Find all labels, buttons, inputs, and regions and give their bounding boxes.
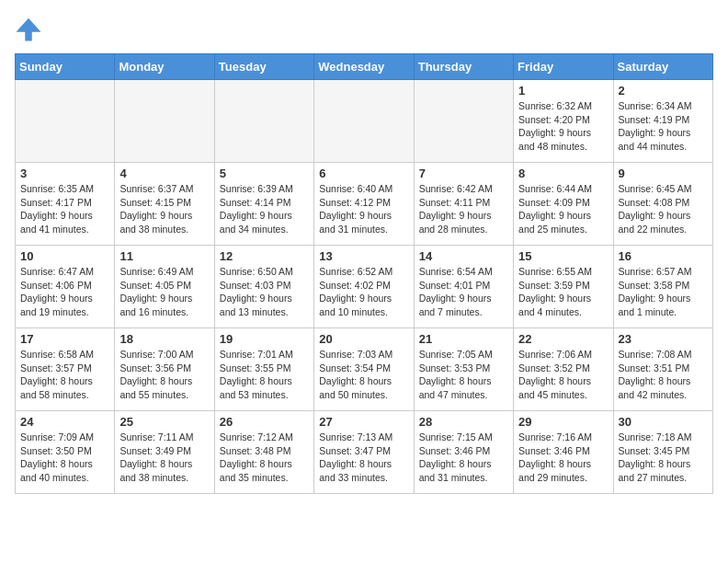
day-number: 17: [20, 332, 109, 346]
day-number: 15: [518, 249, 608, 263]
day-info: Sunrise: 6:47 AM Sunset: 4:06 PM Dayligh…: [20, 265, 109, 319]
day-info: Sunrise: 6:44 AM Sunset: 4:09 PM Dayligh…: [518, 182, 608, 236]
calendar-cell: 25Sunrise: 7:11 AM Sunset: 3:49 PM Dayli…: [115, 411, 214, 494]
day-number: 19: [220, 332, 309, 346]
calendar-cell: 21Sunrise: 7:05 AM Sunset: 3:53 PM Dayli…: [414, 328, 513, 411]
calendar-cell: [414, 80, 513, 163]
calendar-cell: 2Sunrise: 6:34 AM Sunset: 4:19 PM Daylig…: [613, 80, 712, 163]
calendar-week-row: 10Sunrise: 6:47 AM Sunset: 4:06 PM Dayli…: [16, 246, 713, 328]
calendar-cell: 24Sunrise: 7:09 AM Sunset: 3:50 PM Dayli…: [16, 411, 115, 494]
day-info: Sunrise: 6:35 AM Sunset: 4:17 PM Dayligh…: [20, 182, 109, 236]
day-info: Sunrise: 7:08 AM Sunset: 3:51 PM Dayligh…: [619, 348, 708, 402]
day-number: 5: [220, 167, 309, 180]
calendar-cell: 11Sunrise: 6:49 AM Sunset: 4:05 PM Dayli…: [115, 246, 214, 328]
day-info: Sunrise: 6:40 AM Sunset: 4:12 PM Dayligh…: [319, 182, 408, 236]
page-header: [15, 15, 713, 42]
day-number: 13: [319, 249, 408, 263]
day-info: Sunrise: 7:11 AM Sunset: 3:49 PM Dayligh…: [119, 431, 209, 485]
weekday-header: Tuesday: [214, 54, 313, 80]
calendar-week-row: 3Sunrise: 6:35 AM Sunset: 4:17 PM Daylig…: [16, 163, 713, 246]
day-info: Sunrise: 7:05 AM Sunset: 3:53 PM Dayligh…: [419, 348, 508, 402]
calendar-cell: [314, 80, 414, 163]
calendar-cell: 19Sunrise: 7:01 AM Sunset: 3:55 PM Dayli…: [214, 328, 313, 411]
day-info: Sunrise: 7:16 AM Sunset: 3:46 PM Dayligh…: [518, 431, 608, 485]
weekday-header: Thursday: [414, 54, 513, 80]
day-info: Sunrise: 7:01 AM Sunset: 3:55 PM Dayligh…: [220, 348, 309, 402]
calendar-cell: 10Sunrise: 6:47 AM Sunset: 4:06 PM Dayli…: [16, 246, 115, 328]
calendar-cell: 22Sunrise: 7:06 AM Sunset: 3:52 PM Dayli…: [514, 328, 613, 411]
day-number: 4: [119, 167, 209, 180]
day-info: Sunrise: 7:00 AM Sunset: 3:56 PM Dayligh…: [119, 348, 209, 402]
day-number: 1: [518, 84, 608, 98]
calendar-week-row: 24Sunrise: 7:09 AM Sunset: 3:50 PM Dayli…: [16, 411, 713, 494]
calendar-cell: 8Sunrise: 6:44 AM Sunset: 4:09 PM Daylig…: [514, 163, 613, 246]
day-info: Sunrise: 6:49 AM Sunset: 4:05 PM Dayligh…: [119, 265, 209, 319]
day-info: Sunrise: 6:42 AM Sunset: 4:11 PM Dayligh…: [419, 182, 508, 236]
calendar-cell: 28Sunrise: 7:15 AM Sunset: 3:46 PM Dayli…: [414, 411, 513, 494]
weekday-header: Friday: [514, 54, 613, 80]
day-number: 9: [619, 167, 708, 180]
calendar-cell: 30Sunrise: 7:18 AM Sunset: 3:45 PM Dayli…: [613, 411, 712, 494]
calendar-cell: 7Sunrise: 6:42 AM Sunset: 4:11 PM Daylig…: [414, 163, 513, 246]
calendar-cell: 4Sunrise: 6:37 AM Sunset: 4:15 PM Daylig…: [115, 163, 214, 246]
calendar-cell: 13Sunrise: 6:52 AM Sunset: 4:02 PM Dayli…: [314, 246, 414, 328]
day-info: Sunrise: 6:50 AM Sunset: 4:03 PM Dayligh…: [220, 265, 309, 319]
day-number: 2: [619, 84, 708, 98]
weekday-header: Saturday: [613, 54, 712, 80]
day-number: 22: [518, 332, 608, 346]
day-number: 7: [419, 167, 508, 180]
day-info: Sunrise: 6:39 AM Sunset: 4:14 PM Dayligh…: [220, 182, 309, 236]
weekday-header: Sunday: [16, 54, 115, 80]
logo-icon: [15, 15, 42, 42]
day-info: Sunrise: 7:12 AM Sunset: 3:48 PM Dayligh…: [220, 431, 309, 485]
day-info: Sunrise: 7:03 AM Sunset: 3:54 PM Dayligh…: [319, 348, 408, 402]
calendar-cell: 26Sunrise: 7:12 AM Sunset: 3:48 PM Dayli…: [214, 411, 313, 494]
calendar-cell: 18Sunrise: 7:00 AM Sunset: 3:56 PM Dayli…: [115, 328, 214, 411]
calendar-week-row: 1Sunrise: 6:32 AM Sunset: 4:20 PM Daylig…: [16, 80, 713, 163]
day-info: Sunrise: 6:52 AM Sunset: 4:02 PM Dayligh…: [319, 265, 408, 319]
calendar-cell: [214, 80, 313, 163]
day-number: 23: [619, 332, 708, 346]
day-number: 10: [20, 249, 109, 263]
day-number: 14: [419, 249, 508, 263]
calendar-cell: 1Sunrise: 6:32 AM Sunset: 4:20 PM Daylig…: [514, 80, 613, 163]
day-number: 30: [619, 415, 708, 429]
day-number: 21: [419, 332, 508, 346]
day-number: 25: [119, 415, 209, 429]
day-info: Sunrise: 6:34 AM Sunset: 4:19 PM Dayligh…: [619, 99, 708, 154]
day-number: 26: [220, 415, 309, 429]
calendar-cell: 3Sunrise: 6:35 AM Sunset: 4:17 PM Daylig…: [16, 163, 115, 246]
day-info: Sunrise: 7:18 AM Sunset: 3:45 PM Dayligh…: [619, 431, 708, 485]
calendar-cell: 12Sunrise: 6:50 AM Sunset: 4:03 PM Dayli…: [214, 246, 313, 328]
day-info: Sunrise: 6:32 AM Sunset: 4:20 PM Dayligh…: [518, 99, 608, 154]
day-number: 6: [319, 167, 408, 180]
day-info: Sunrise: 7:09 AM Sunset: 3:50 PM Dayligh…: [20, 431, 109, 485]
calendar: SundayMondayTuesdayWednesdayThursdayFrid…: [15, 53, 713, 494]
day-number: 20: [319, 332, 408, 346]
calendar-cell: 14Sunrise: 6:54 AM Sunset: 4:01 PM Dayli…: [414, 246, 513, 328]
calendar-cell: 15Sunrise: 6:55 AM Sunset: 3:59 PM Dayli…: [514, 246, 613, 328]
day-number: 27: [319, 415, 408, 429]
calendar-header-row: SundayMondayTuesdayWednesdayThursdayFrid…: [16, 54, 713, 80]
calendar-cell: 29Sunrise: 7:16 AM Sunset: 3:46 PM Dayli…: [514, 411, 613, 494]
day-info: Sunrise: 6:37 AM Sunset: 4:15 PM Dayligh…: [119, 182, 209, 236]
day-info: Sunrise: 7:15 AM Sunset: 3:46 PM Dayligh…: [419, 431, 508, 485]
weekday-header: Monday: [115, 54, 214, 80]
svg-marker-0: [17, 18, 41, 41]
day-info: Sunrise: 6:58 AM Sunset: 3:57 PM Dayligh…: [20, 348, 109, 402]
calendar-cell: [115, 80, 214, 163]
day-info: Sunrise: 6:57 AM Sunset: 3:58 PM Dayligh…: [619, 265, 708, 319]
weekday-header: Wednesday: [314, 54, 414, 80]
day-info: Sunrise: 6:54 AM Sunset: 4:01 PM Dayligh…: [419, 265, 508, 319]
calendar-cell: 16Sunrise: 6:57 AM Sunset: 3:58 PM Dayli…: [613, 246, 712, 328]
day-number: 29: [518, 415, 608, 429]
day-info: Sunrise: 6:45 AM Sunset: 4:08 PM Dayligh…: [619, 182, 708, 236]
calendar-week-row: 17Sunrise: 6:58 AM Sunset: 3:57 PM Dayli…: [16, 328, 713, 411]
day-number: 24: [20, 415, 109, 429]
day-number: 3: [20, 167, 109, 180]
calendar-cell: [16, 80, 115, 163]
calendar-cell: 9Sunrise: 6:45 AM Sunset: 4:08 PM Daylig…: [613, 163, 712, 246]
logo: [15, 15, 46, 42]
day-info: Sunrise: 7:06 AM Sunset: 3:52 PM Dayligh…: [518, 348, 608, 402]
day-number: 18: [119, 332, 209, 346]
